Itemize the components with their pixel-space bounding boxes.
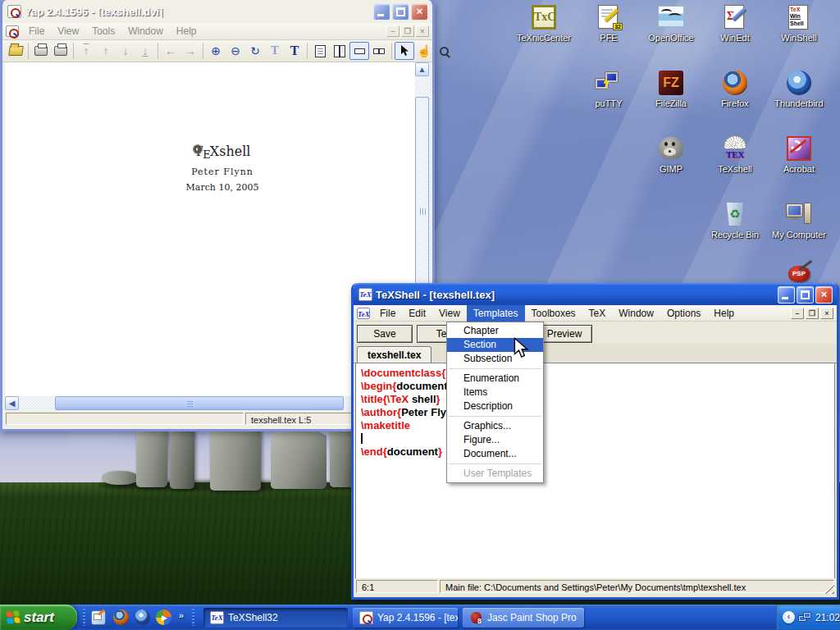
tray-clock: 21:02 [815,612,840,623]
select-tool-icon[interactable] [395,42,414,60]
menu-options[interactable]: Options [660,305,707,322]
yap-titlebar[interactable]: Yap 2.4.1596 - [texshell.dvi] × [2,0,432,23]
desktop-icon-thunderbird[interactable]: Thunderbird [768,70,830,109]
texshell-window: TeX TeXShell - [texshell.tex] × TeX File… [351,283,839,600]
media-player-quicklaunch-icon[interactable]: ▶ [156,609,172,626]
yap-hscroll-thumb[interactable] [55,396,344,410]
print-icon[interactable] [31,42,51,60]
single-page-view-icon[interactable] [310,42,330,60]
quicklaunch-overflow-chevron[interactable]: » [179,610,184,620]
forward-icon[interactable]: → [180,42,200,60]
desktop-icon-label: TeXshell [704,164,766,175]
firefox-icon [721,70,749,96]
first-page-icon[interactable]: ↑ [76,42,96,60]
texshell-tab-row: texshell.tex [354,344,837,363]
taskbar-separator-2[interactable] [192,609,194,626]
desktop-icon-recycle-bin[interactable]: ♻Recycle Bin [704,201,766,240]
next-page-icon[interactable]: ↓ [116,42,135,60]
text-render-mode-icon[interactable]: T [285,42,304,60]
windows-flag-icon [6,610,20,624]
cursor-position-status: 6:1 [356,580,438,593]
menu-item-chapter[interactable]: Chapter [447,324,543,338]
start-button[interactable]: start [0,605,77,630]
firefox-quicklaunch-icon[interactable] [113,609,130,626]
print-setup-icon[interactable] [51,42,71,60]
zoom-in-icon[interactable]: ⊕ [206,42,226,60]
thunderbird-quicklaunch-icon[interactable] [135,609,151,626]
facing-page-view-icon[interactable] [330,42,349,60]
menu-item-items[interactable]: Items [447,386,543,399]
taskbar-button-texshell32[interactable]: TeXTeXShell32 [203,608,348,628]
desktop-icon-firefox[interactable]: Firefox [704,70,766,109]
taskbar-button-yap-2-4-1596-texs[interactable]: Yap 2.4.1596 - [texs... [353,608,458,628]
yap-toolbar: ↑ ↑ ↓ ↓ ← → ⊕ ⊖ ↻ T T ☝ [2,40,432,62]
hand-tool-icon[interactable]: ☝ [414,42,434,60]
texshell-minimize-button[interactable] [778,286,795,304]
tray-hide-icons-icon[interactable]: ‹ [783,611,795,623]
back-icon[interactable]: ← [161,42,180,60]
yap-status-empty [6,413,244,425]
yap-menubar: FileViewToolsWindowHelp – ❐ × [2,23,432,40]
yap-minimize-button[interactable] [373,3,390,21]
scroll-up-icon[interactable]: ▲ [415,62,429,76]
menu-file[interactable]: File [373,305,402,322]
preview-button[interactable]: Preview [536,325,592,343]
menu-item-document[interactable]: Document... [447,447,543,461]
desktop-icon-putty[interactable]: puTTY [578,70,640,109]
menu-item-enumeration[interactable]: Enumeration [447,372,543,386]
taskbar-button-label: Jasc Paint Shop Pro [487,612,577,623]
desktop-icon-winshell[interactable]: TeXWinShellWinShell [768,4,830,43]
editor-line: \documentclass{ [361,367,834,380]
open-file-icon[interactable] [6,42,25,60]
yap-mdi-close-icon[interactable]: × [416,25,429,37]
desktop-icon-my-computer[interactable]: My Computer [768,201,830,240]
last-page-icon[interactable]: ↓ [135,42,155,60]
continuous-facing-view-icon[interactable] [369,42,389,60]
refresh-icon[interactable]: ↻ [245,42,265,60]
previous-page-icon[interactable]: ↑ [96,42,116,60]
menu-view[interactable]: View [432,305,467,322]
menu-tex[interactable]: TeX [582,305,613,322]
taskbar-separator[interactable] [83,609,85,626]
menu-item-description[interactable]: Description [447,399,543,413]
dvi-doc-date: March 10, 2005 [103,182,341,193]
scroll-left-icon[interactable]: ◀ [5,396,19,410]
zoom-out-icon[interactable]: ⊖ [226,42,245,60]
menu-toolboxes[interactable]: Toolboxes [525,305,582,322]
desktop-icon-gimp[interactable]: GIMP [640,135,702,175]
menu-item-figure[interactable]: Figure... [447,433,543,447]
texshell-maximize-button[interactable] [797,286,814,304]
menu-window[interactable]: Window [612,305,660,322]
text-outline-mode-icon[interactable]: T [265,42,285,60]
texshell-mdi-close-icon[interactable]: × [820,308,833,319]
show-desktop-icon[interactable] [90,609,107,626]
menu-templates[interactable]: Templates [467,305,525,322]
continuous-view-icon[interactable] [349,42,369,60]
texshell-mdi-minimize-icon[interactable]: – [791,308,804,319]
texshell-close-button[interactable]: × [815,286,833,304]
yap-dvi-doc-icon [6,25,19,37]
texshell-editor[interactable]: \documentclass{\begin{document}\title{\T… [355,363,835,581]
texshell-mdi-restore-icon[interactable]: ❐ [806,308,819,319]
desktop-icon-openoffice[interactable]: OpenOffice [640,4,702,43]
desktop-icon-filezilla[interactable]: FZFileZilla [640,70,702,109]
texshell-mdi-controls: – ❐ × [791,308,833,319]
desktop-icon-winedt[interactable]: ΣWinEdt [704,4,766,43]
desktop-icon-acrobat[interactable]: Acrobat [768,135,830,175]
desktop-icon-texniccenter[interactable]: TxCTeXnicCenter [513,4,575,43]
yap-close-button[interactable]: × [411,3,428,21]
yap-maximize-button[interactable] [392,3,409,21]
tab-texshell-tex[interactable]: texshell.tex [357,346,431,363]
magnifier-tool-icon[interactable] [434,42,454,60]
taskbar-button-jasc-paint-shop-pro[interactable]: Jasc Paint Shop Pro [463,608,584,628]
save-button[interactable]: Save [357,325,413,343]
yap-mdi-minimize-icon[interactable]: – [386,25,399,37]
texshell-titlebar[interactable]: TeX TeXShell - [texshell.tex] × [354,283,837,306]
menu-edit[interactable]: Edit [402,305,432,322]
yap-mdi-restore-icon[interactable]: ❐ [401,25,414,37]
desktop-icon-pfe[interactable]: 32PFE [578,4,640,43]
menu-item-graphics[interactable]: Graphics... [447,419,543,433]
network-tray-icon[interactable] [798,612,812,623]
menu-help[interactable]: Help [707,305,741,322]
desktop-icon-texshell[interactable]: TEXTeXshell [704,135,766,175]
